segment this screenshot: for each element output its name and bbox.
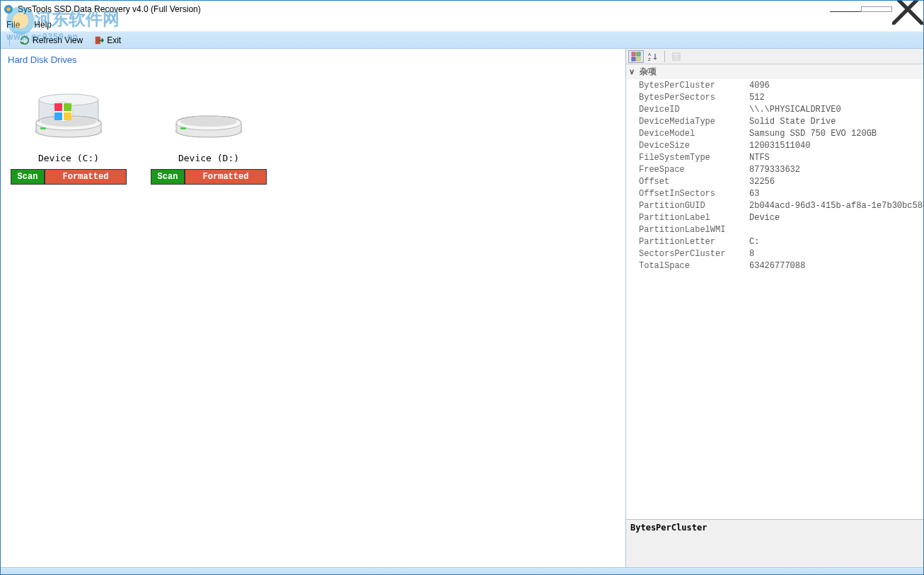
- prop-row[interactable]: SectorsPerCluster8: [626, 248, 923, 260]
- prop-value: 4096: [746, 81, 923, 91]
- drive-label: Device (C:): [11, 153, 127, 163]
- prop-name: FileSystemType: [626, 153, 746, 163]
- svg-rect-17: [637, 52, 640, 56]
- prop-alphabetical-button[interactable]: AZ: [645, 50, 661, 63]
- prop-value: 32256: [746, 177, 923, 187]
- exit-icon: [94, 35, 104, 45]
- menu-help[interactable]: Help: [34, 20, 52, 30]
- svg-text:A: A: [648, 52, 651, 57]
- prop-row[interactable]: PartitionLetterC:: [626, 236, 923, 248]
- drive-icon: [11, 75, 127, 150]
- prop-value: 63426777088: [746, 261, 923, 271]
- prop-row[interactable]: Offset32256: [626, 175, 923, 187]
- refresh-icon: [20, 35, 30, 45]
- prop-pages-button: [669, 50, 684, 63]
- svg-rect-14: [180, 127, 186, 129]
- prop-row[interactable]: PartitionLabelWMI: [626, 223, 923, 236]
- svg-rect-18: [632, 57, 635, 61]
- menu-file[interactable]: File: [6, 20, 20, 30]
- prop-value: 512: [746, 93, 923, 103]
- svg-point-13: [180, 117, 237, 127]
- prop-value: 2b044acd-96d3-415b-af8a-1e7b30bc5881: [746, 201, 923, 211]
- prop-row[interactable]: DeviceSize120031511040: [626, 139, 923, 151]
- title-bar: SysTools SSD Data Recovery v4.0 (Full Ve…: [1, 1, 923, 18]
- prop-row[interactable]: PartitionLabelDevice: [626, 211, 923, 223]
- prop-row[interactable]: PartitionGUID2b044acd-96d3-415b-af8a-1e7…: [626, 199, 923, 211]
- prop-row[interactable]: BytesPerCluster4096: [626, 79, 923, 91]
- prop-value: 8779333632: [746, 165, 923, 175]
- prop-name: PartitionLetter: [626, 237, 746, 247]
- prop-value: \\.\PHYSICALDRIVE0: [746, 105, 923, 115]
- prop-name: BytesPerSectors: [626, 93, 746, 103]
- app-icon: [4, 4, 13, 14]
- toolbar-exit[interactable]: Exit: [90, 34, 125, 47]
- prop-toolbar: AZ: [626, 49, 923, 64]
- toolbar: Refresh View Exit: [1, 32, 923, 49]
- prop-value: 120031511040: [746, 141, 923, 151]
- prop-value: 8: [746, 249, 923, 259]
- scan-button[interactable]: Scan: [11, 169, 45, 185]
- prop-name: DeviceMediaType: [626, 117, 746, 127]
- prop-row[interactable]: DeviceMediaTypeSolid State Drive: [626, 115, 923, 127]
- prop-name: DeviceModel: [626, 129, 746, 139]
- minimize-button[interactable]: [830, 1, 861, 18]
- prop-categorized-button[interactable]: [628, 50, 644, 63]
- prop-description-title: BytesPerCluster: [630, 523, 707, 533]
- prop-row[interactable]: DeviceModelSamsung SSD 750 EVO 120GB: [626, 127, 923, 139]
- svg-rect-16: [632, 52, 635, 56]
- prop-name: PartitionGUID: [626, 201, 746, 211]
- drive-label: Device (D:): [151, 153, 267, 163]
- prop-row[interactable]: DeviceID\\.\PHYSICALDRIVE0: [626, 103, 923, 115]
- prop-name: SectorsPerCluster: [626, 249, 746, 259]
- toolbar-refresh[interactable]: Refresh View: [16, 34, 87, 47]
- drive-icon: [151, 75, 267, 150]
- prop-row[interactable]: FreeSpace8779333632: [626, 163, 923, 175]
- formatted-button[interactable]: Formatted: [185, 169, 267, 185]
- toolbar-refresh-label: Refresh View: [33, 35, 83, 45]
- collapse-icon[interactable]: ∨: [629, 67, 637, 76]
- prop-value: Samsung SSD 750 EVO 120GB: [746, 129, 923, 139]
- toolbar-exit-label: Exit: [107, 35, 121, 45]
- svg-text:Z: Z: [648, 57, 651, 62]
- prop-name: FreeSpace: [626, 165, 746, 175]
- properties-panel: AZ ∨ 杂项 BytesPerCluster4096BytesPerSecto…: [626, 49, 923, 567]
- prop-name: DeviceSize: [626, 141, 746, 151]
- prop-name: TotalSpace: [626, 261, 746, 271]
- prop-row[interactable]: BytesPerSectors512: [626, 91, 923, 103]
- prop-row[interactable]: FileSystemTypeNTFS: [626, 151, 923, 163]
- drive-item[interactable]: Device (C:) Scan Formatted: [11, 75, 127, 185]
- property-grid[interactable]: ∨ 杂项 BytesPerCluster4096BytesPerSectors5…: [626, 64, 923, 519]
- scan-button[interactable]: Scan: [151, 169, 185, 185]
- prop-name: OffsetInSectors: [626, 189, 746, 199]
- close-button[interactable]: [892, 1, 923, 18]
- formatted-button[interactable]: Formatted: [45, 169, 127, 185]
- drives-panel: Hard Disk Drives Device (C:) Scan Format…: [1, 49, 626, 567]
- section-title: Hard Disk Drives: [8, 54, 618, 65]
- menu-bar: File Help: [1, 18, 923, 32]
- prop-value: NTFS: [746, 153, 923, 163]
- prop-row[interactable]: TotalSpace63426777088: [626, 260, 923, 272]
- prop-value: 63: [746, 189, 923, 199]
- prop-category-label: 杂项: [640, 66, 657, 78]
- prop-value: Device: [746, 213, 923, 223]
- svg-point-1: [6, 7, 10, 11]
- svg-rect-19: [637, 57, 640, 61]
- prop-name: PartitionLabel: [626, 213, 746, 223]
- window-title: SysTools SSD Data Recovery v4.0 (Full Ve…: [18, 4, 201, 14]
- svg-rect-8: [40, 127, 46, 129]
- prop-row[interactable]: OffsetInSectors63: [626, 187, 923, 199]
- prop-name: DeviceID: [626, 105, 746, 115]
- prop-name: PartitionLabelWMI: [626, 225, 746, 235]
- drive-item[interactable]: Device (D:) Scan Formatted: [151, 75, 267, 185]
- prop-value: Solid State Drive: [746, 117, 923, 127]
- svg-rect-22: [673, 53, 680, 60]
- prop-category[interactable]: ∨ 杂项: [626, 64, 923, 79]
- prop-name: BytesPerCluster: [626, 81, 746, 91]
- status-bar: [1, 567, 923, 574]
- prop-description: BytesPerCluster: [626, 519, 923, 567]
- prop-name: Offset: [626, 177, 746, 187]
- maximize-button[interactable]: [861, 1, 892, 18]
- prop-value: C:: [746, 237, 923, 247]
